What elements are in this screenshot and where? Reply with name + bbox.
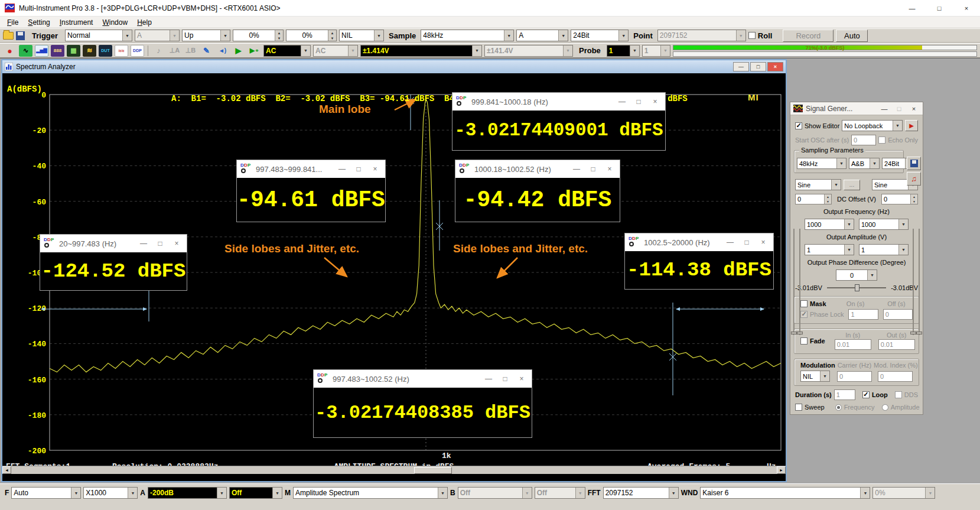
range-b-combo[interactable]: ±141.4V [484,45,573,57]
phase-lock-checkbox[interactable] [800,311,808,318]
level-slider-a-right[interactable] [799,229,800,335]
oscilloscope-icon[interactable]: ● [3,45,17,57]
trigger-delay-spinner[interactable]: 0%▲▼ [286,30,337,41]
minimize-icon[interactable]: — [616,98,629,106]
measurement-window-b3[interactable]: DDP 997.483~999.841... — □ × -94.61 dBFS [236,160,386,222]
frequency-multiplier-combo[interactable]: X1000 [83,487,138,499]
menu-setting[interactable]: Setting [23,17,54,28]
level-slider-a-left[interactable] [793,229,795,335]
loopback-combo[interactable]: No Loopback [842,120,903,131]
point-combo[interactable]: 2097152 [657,30,746,41]
fade-checkbox[interactable] [800,337,808,345]
measurement-window-b6[interactable]: DDP 1002.5~20000 (Hz) — □ × -114.38 dBFS [624,233,774,290]
save-waveform-button[interactable] [907,157,921,170]
minimize-icon[interactable]: — [733,62,749,72]
frequency-axis-combo[interactable]: Auto [11,487,81,499]
minimize-icon[interactable]: — [336,165,349,173]
fade-in-input[interactable]: 0.01 [835,339,871,350]
a-range-combo[interactable]: -200dB [148,487,227,499]
maximize-icon[interactable]: □ [352,165,365,173]
minimize-icon[interactable]: — [570,165,583,173]
b-reference-combo[interactable]: Off [535,487,585,499]
level-slider-b-left[interactable] [913,229,914,335]
coupling-b-combo[interactable]: AC [313,45,358,57]
gen-sampling-rate-combo[interactable]: 48kHz [797,158,846,169]
horizontal-scrollbar[interactable]: ◄ ► [2,466,786,474]
phase-difference-combo[interactable]: 0 [836,269,877,281]
close-icon[interactable]: × [649,98,662,106]
device-test-plan-icon[interactable]: DUT [99,45,112,57]
derived-data-curves-icon[interactable]: ≈≈ [115,45,128,57]
trigger-source-combo[interactable]: A [135,30,180,41]
run-loop-icon[interactable]: ▶∘ [248,45,261,57]
minimize-icon[interactable]: — [878,105,890,112]
sampling-channel-combo[interactable]: A [516,30,568,41]
trigger-edge-combo[interactable]: Up [182,30,230,41]
dc-offset-a-spinner[interactable]: 0▲▼ [795,194,832,204]
amplitude-a-combo[interactable]: 1 [805,244,854,255]
fade-out-input[interactable]: 0.01 [878,339,915,350]
maximize-icon[interactable]: □ [154,239,167,248]
echo-only-checkbox[interactable] [878,137,885,144]
modulation-combo[interactable]: NIL [800,371,830,382]
open-file-icon[interactable] [3,32,14,40]
loop-checkbox[interactable] [862,391,870,398]
run-icon[interactable]: ▶ [232,45,245,57]
probe-a-cal-icon[interactable]: ⊥A [168,45,181,57]
range-a-combo[interactable]: ±1.414V [360,45,482,57]
menu-help[interactable]: Help [132,17,157,28]
slider-handle[interactable] [910,332,916,334]
more-waveform-button[interactable]: ... [844,180,860,190]
sweep-amplitude-radio[interactable] [882,404,888,411]
waveform-a-combo[interactable]: Sine [795,179,841,190]
trigger-mode-combo[interactable]: Normal [65,30,132,41]
close-icon[interactable]: × [908,105,920,112]
save-file-icon[interactable] [16,31,25,40]
maximize-icon[interactable]: □ [587,165,600,173]
music-note-button[interactable]: ♫ [907,172,921,186]
fft-size-combo[interactable]: 2097152 [603,487,679,499]
spectrum-analyzer-icon[interactable]: ▂▅▇ [35,45,48,57]
slider-handle[interactable] [797,332,803,334]
close-icon[interactable]: × [767,62,783,72]
amplitude-b-combo[interactable]: 1 [859,244,909,255]
data-logger-icon[interactable]: ≋ [83,45,96,57]
minimize-icon[interactable]: — [482,375,495,383]
minimize-icon[interactable]: — [137,239,150,248]
mask-checkbox[interactable] [800,300,808,307]
mask-off-input[interactable]: 0 [883,309,913,320]
trigger-filter-combo[interactable]: NIL [339,30,384,41]
menu-file[interactable]: File [2,17,23,28]
sweep-checkbox[interactable] [795,404,802,411]
sound-device-icon[interactable]: ♪ [152,45,165,57]
sampling-bits-combo[interactable]: 24Bit [571,30,629,41]
slider-handle[interactable] [791,332,797,334]
maximize-icon[interactable]: □ [740,238,753,246]
display-mode-combo[interactable]: Amplitude Spectrum [293,487,448,499]
maximize-icon[interactable]: □ [632,98,645,106]
close-icon[interactable]: × [953,0,980,16]
scrollbar-thumb[interactable] [414,467,452,474]
measurement-window-b5[interactable]: DDP 1000.18~1002.52 (Hz) — □ × -94.42 dB… [455,160,620,222]
ddp-viewer-icon[interactable]: DDP [131,45,144,57]
restore-icon[interactable]: □ [750,62,766,72]
measurement-window-b4[interactable]: DDP 20~997.483 (Hz) — □ × -124.52 dBFS [40,234,187,291]
close-icon[interactable]: × [757,238,770,246]
signal-generator-icon[interactable]: ∿ [19,45,32,57]
record-button[interactable]: Record [783,30,834,42]
scroll-left-icon[interactable]: ◄ [2,466,11,474]
dc-offset-b-spinner[interactable]: 0▲▼ [881,194,918,204]
balance-slider-thumb[interactable] [855,284,859,291]
duration-input[interactable]: 1 [834,389,855,400]
roll-checkbox[interactable] [748,32,756,39]
calibration-icon[interactable]: ✎ [200,45,213,57]
carrier-input[interactable]: 0 [837,371,872,382]
spectrum-3d-plot-icon[interactable]: ▦ [67,45,80,57]
level-slider-b-right[interactable] [919,229,920,335]
auto-button[interactable]: Auto [836,30,868,42]
measurement-window-b1[interactable]: DDP 997.483~1002.52 (Hz) — □ × -3.021744… [313,369,532,438]
close-icon[interactable]: × [170,239,183,248]
minimize-icon[interactable]: — [898,0,926,16]
start-osc-input[interactable]: 0 [851,135,876,145]
probe-b-combo[interactable]: 1 [642,45,670,57]
